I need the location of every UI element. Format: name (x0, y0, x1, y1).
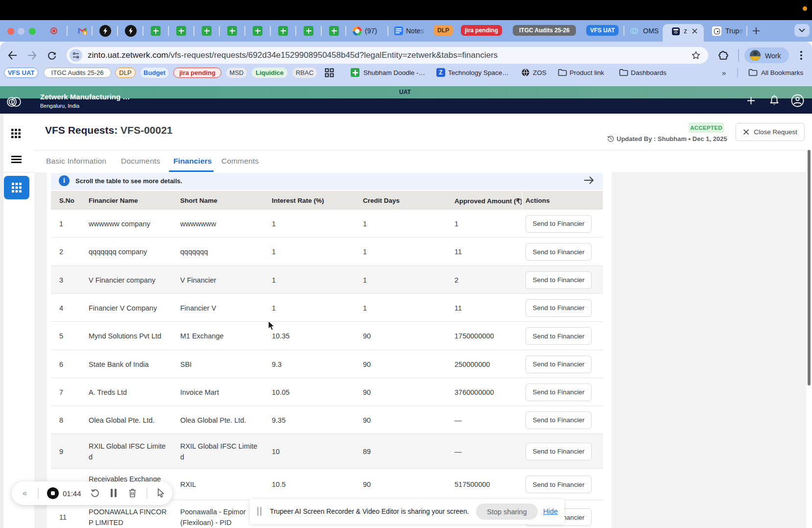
svg-text:8: 8 (84, 31, 86, 35)
